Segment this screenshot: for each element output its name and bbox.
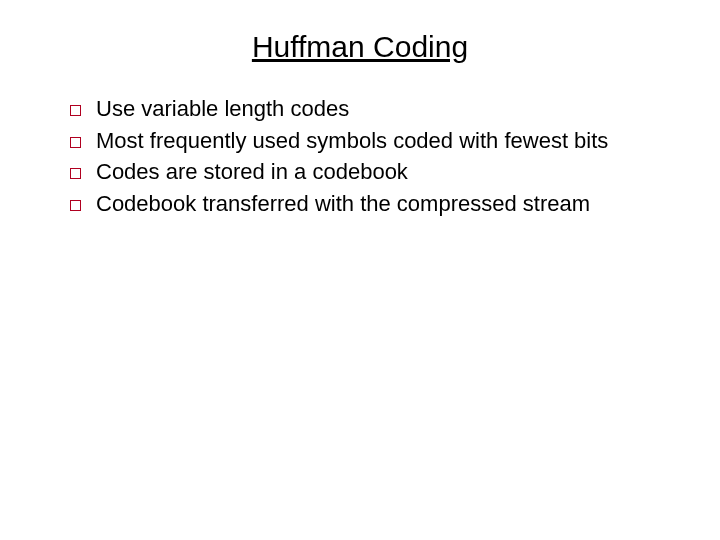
square-bullet-icon	[70, 137, 81, 148]
square-bullet-icon	[70, 105, 81, 116]
list-item-text: Most frequently used symbols coded with …	[96, 128, 608, 153]
list-item: Codebook transferred with the compressed…	[70, 189, 680, 219]
bullet-list: Use variable length codes Most frequentl…	[70, 94, 680, 219]
list-item: Codes are stored in a codebook	[70, 157, 680, 187]
slide-title: Huffman Coding	[40, 30, 680, 64]
slide: Huffman Coding Use variable length codes…	[0, 0, 720, 540]
list-item-text: Codes are stored in a codebook	[96, 159, 408, 184]
list-item: Most frequently used symbols coded with …	[70, 126, 680, 156]
list-item-text: Codebook transferred with the compressed…	[96, 191, 590, 216]
square-bullet-icon	[70, 168, 81, 179]
square-bullet-icon	[70, 200, 81, 211]
list-item-text: Use variable length codes	[96, 96, 349, 121]
list-item: Use variable length codes	[70, 94, 680, 124]
